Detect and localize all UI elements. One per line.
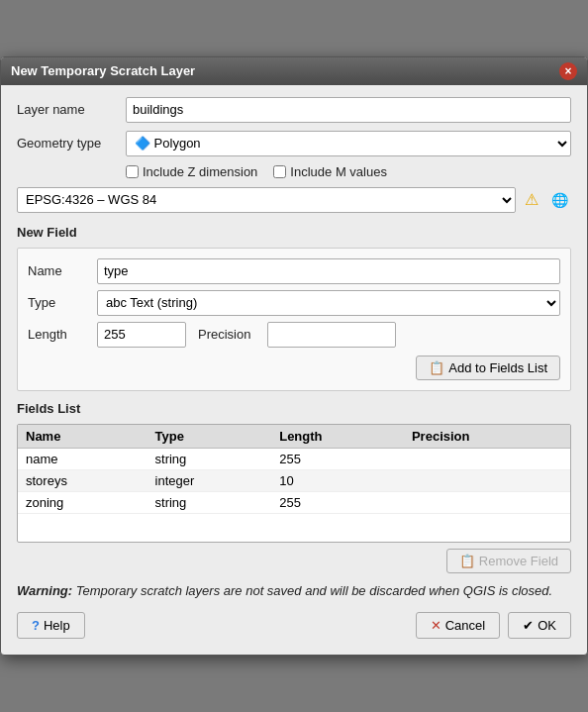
include-m-checkbox[interactable] <box>273 165 286 178</box>
table-row[interactable]: namestring255 <box>18 448 570 469</box>
help-button[interactable]: ? Help <box>17 612 85 639</box>
col-type: Type <box>147 425 272 449</box>
dialog-title: New Temporary Scratch Layer <box>11 63 195 78</box>
table-cell-length: 255 <box>271 491 404 513</box>
new-field-box: Name Type abc Text (string) Integer Doub… <box>17 248 571 391</box>
cancel-label: Cancel <box>445 618 485 633</box>
crs-globe-icon[interactable]: 🌐 <box>547 188 571 212</box>
field-name-label: Name <box>28 263 97 278</box>
include-z-checkbox[interactable] <box>126 165 139 178</box>
button-row: ? Help ✕ Cancel ✔ OK <box>17 612 571 643</box>
table-cell-precision <box>404 448 570 469</box>
warning-body: Temporary scratch layers are not saved a… <box>72 583 552 598</box>
table-cell-length: 255 <box>271 448 404 469</box>
remove-field-icon: 📋 <box>459 554 475 568</box>
new-field-title: New Field <box>17 225 571 240</box>
table-row[interactable]: zoningstring255 <box>18 491 570 513</box>
table-cell-precision <box>404 469 570 491</box>
add-btn-label: Add to Fields List <box>448 360 547 375</box>
geometry-type-label: Geometry type <box>17 136 126 151</box>
col-name: Name <box>18 425 147 449</box>
remove-field-button[interactable]: 📋 Remove Field <box>446 549 571 573</box>
field-name-row: Name <box>28 258 560 284</box>
precision-input[interactable] <box>267 322 396 348</box>
remove-btn-row: 📋 Remove Field <box>17 549 571 573</box>
field-type-select[interactable]: abc Text (string) Integer Double Boolean… <box>97 290 560 316</box>
dialog-content: Layer name Geometry type 🔷 Polygon Inclu… <box>1 85 587 656</box>
table-cell-type: string <box>147 448 272 469</box>
geometry-type-row: Geometry type 🔷 Polygon <box>17 131 571 156</box>
crs-warning-icon: ⚠ <box>520 188 543 212</box>
length-label: Length <box>28 327 97 342</box>
field-type-label: Type <box>28 295 97 310</box>
table-cell-type: integer <box>147 469 272 491</box>
ok-label: OK <box>538 618 556 633</box>
remove-btn-label: Remove Field <box>479 554 558 568</box>
cancel-button[interactable]: ✕ Cancel <box>416 612 500 639</box>
cancel-icon: ✕ <box>431 618 441 633</box>
include-m-label: Include M values <box>290 164 387 179</box>
ok-button[interactable]: ✔ OK <box>508 612 571 639</box>
ok-icon: ✔ <box>523 618 534 633</box>
include-m-checkbox-label[interactable]: Include M values <box>273 164 387 179</box>
include-z-label: Include Z dimension <box>143 164 257 179</box>
layer-name-label: Layer name <box>17 102 126 117</box>
table-cell-type: string <box>147 491 272 513</box>
warning-triangle-icon: ⚠ <box>525 190 539 209</box>
table-header-row: Name Type Length Precision <box>18 425 570 449</box>
add-btn-row: 📋 Add to Fields List <box>28 356 560 380</box>
table-cell-name: zoning <box>18 491 147 513</box>
add-field-icon: 📋 <box>429 360 444 375</box>
col-length: Length <box>271 425 404 449</box>
layer-name-input[interactable] <box>126 97 571 123</box>
field-type-row: Type abc Text (string) Integer Double Bo… <box>28 290 560 316</box>
include-z-checkbox-label[interactable]: Include Z dimension <box>126 164 257 179</box>
fields-list-title: Fields List <box>17 401 571 416</box>
table-cell-name: storeys <box>18 469 147 491</box>
checkboxes-row: Include Z dimension Include M values <box>17 164 571 179</box>
length-input[interactable] <box>97 322 186 348</box>
layer-name-row: Layer name <box>17 97 571 123</box>
help-icon: ? <box>32 618 40 633</box>
globe-icon[interactable]: 🌐 <box>551 192 568 208</box>
col-precision: Precision <box>404 425 570 449</box>
crs-select[interactable]: EPSG:4326 – WGS 84 <box>17 187 516 213</box>
action-buttons: ✕ Cancel ✔ OK <box>416 612 571 639</box>
add-to-fields-button[interactable]: 📋 Add to Fields List <box>416 356 560 380</box>
title-bar: New Temporary Scratch Layer × <box>1 57 587 85</box>
dialog: New Temporary Scratch Layer × Layer name… <box>0 56 588 657</box>
fields-list-box: Name Type Length Precision namestring255… <box>17 424 571 543</box>
length-precision-row: Length Precision <box>28 322 560 348</box>
close-button[interactable]: × <box>559 62 577 80</box>
table-cell-length: 10 <box>271 469 404 491</box>
table-cell-name: name <box>18 448 147 469</box>
crs-row: EPSG:4326 – WGS 84 ⚠ 🌐 <box>17 187 571 213</box>
warning-bold: Warning: <box>17 583 72 598</box>
geometry-type-select[interactable]: 🔷 Polygon <box>126 131 571 156</box>
field-name-input[interactable] <box>97 258 560 284</box>
fields-table: Name Type Length Precision namestring255… <box>18 425 570 514</box>
table-row[interactable]: storeysinteger10 <box>18 469 570 491</box>
warning-text: Warning: Temporary scratch layers are no… <box>17 581 571 601</box>
precision-label: Precision <box>198 327 267 342</box>
help-label: Help <box>44 618 70 633</box>
table-cell-precision <box>404 491 570 513</box>
